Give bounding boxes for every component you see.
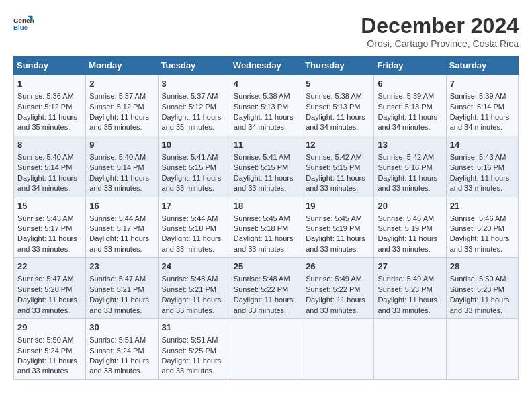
sunrise-label: Sunrise: 5:40 AM — [17, 153, 74, 161]
sunset-label: Sunset: 5:15 PM — [306, 163, 360, 171]
day-number: 6 — [378, 78, 442, 90]
calendar-cell: 22Sunrise: 5:47 AMSunset: 5:20 PMDayligh… — [14, 258, 86, 319]
header-sunday: Sunday — [14, 56, 86, 75]
daylight-label: Daylight: 11 hours and 34 minutes. — [306, 113, 365, 131]
day-number: 5 — [306, 78, 370, 90]
daylight-label: Daylight: 11 hours and 33 minutes. — [234, 174, 294, 192]
sunrise-label: Sunrise: 5:41 AM — [234, 153, 290, 161]
calendar-cell: 7Sunrise: 5:39 AMSunset: 5:14 PMDaylight… — [446, 75, 518, 136]
sunset-label: Sunset: 5:14 PM — [89, 163, 144, 171]
calendar-cell: 24Sunrise: 5:48 AMSunset: 5:21 PMDayligh… — [158, 258, 230, 319]
calendar-cell: 6Sunrise: 5:39 AMSunset: 5:13 PMDaylight… — [374, 75, 446, 136]
daylight-label: Daylight: 11 hours and 33 minutes. — [162, 234, 222, 253]
day-number: 26 — [306, 261, 370, 273]
svg-text:Blue: Blue — [13, 24, 28, 31]
day-number: 14 — [450, 139, 515, 151]
sunrise-label: Sunrise: 5:38 AM — [234, 92, 290, 100]
sunset-label: Sunset: 5:14 PM — [450, 103, 504, 111]
day-number: 7 — [450, 78, 515, 90]
sunset-label: Sunset: 5:24 PM — [17, 347, 72, 355]
sunset-label: Sunset: 5:24 PM — [89, 347, 144, 355]
day-number: 11 — [234, 139, 298, 151]
week-row-2: 8Sunrise: 5:40 AMSunset: 5:14 PMDaylight… — [14, 136, 519, 197]
day-number: 29 — [17, 322, 82, 334]
day-number: 12 — [306, 139, 370, 151]
calendar-cell: 30Sunrise: 5:51 AMSunset: 5:24 PMDayligh… — [86, 319, 158, 380]
calendar-cell: 16Sunrise: 5:44 AMSunset: 5:17 PMDayligh… — [86, 197, 158, 258]
header-saturday: Saturday — [446, 56, 518, 75]
daylight-label: Daylight: 11 hours and 33 minutes. — [450, 234, 510, 253]
sunset-label: Sunset: 5:21 PM — [162, 285, 216, 293]
sunset-label: Sunset: 5:23 PM — [450, 285, 504, 293]
sunrise-label: Sunrise: 5:39 AM — [450, 92, 506, 100]
logo-icon: General Blue — [13, 13, 34, 34]
day-number: 15 — [17, 200, 82, 212]
calendar-cell: 18Sunrise: 5:45 AMSunset: 5:18 PMDayligh… — [230, 197, 302, 258]
sunset-label: Sunset: 5:25 PM — [162, 347, 216, 355]
day-number: 8 — [17, 139, 82, 151]
calendar-cell: 20Sunrise: 5:46 AMSunset: 5:19 PMDayligh… — [374, 197, 446, 258]
day-number: 25 — [234, 261, 298, 273]
daylight-label: Daylight: 11 hours and 33 minutes. — [89, 234, 149, 253]
daylight-label: Daylight: 11 hours and 35 minutes. — [162, 113, 222, 131]
daylight-label: Daylight: 11 hours and 33 minutes. — [17, 295, 77, 314]
sunrise-label: Sunrise: 5:45 AM — [306, 214, 362, 222]
sunset-label: Sunset: 5:12 PM — [89, 103, 144, 111]
sunset-label: Sunset: 5:17 PM — [89, 224, 144, 232]
sunset-label: Sunset: 5:22 PM — [306, 285, 360, 293]
header-thursday: Thursday — [302, 56, 374, 75]
calendar-cell: 17Sunrise: 5:44 AMSunset: 5:18 PMDayligh… — [158, 197, 230, 258]
daylight-label: Daylight: 11 hours and 34 minutes. — [17, 174, 77, 192]
day-number: 20 — [378, 200, 442, 212]
day-number: 27 — [378, 261, 442, 273]
daylight-label: Daylight: 11 hours and 33 minutes. — [89, 295, 149, 314]
calendar-cell: 1Sunrise: 5:36 AMSunset: 5:12 PMDaylight… — [14, 75, 86, 136]
day-number: 1 — [17, 78, 82, 90]
sunset-label: Sunset: 5:17 PM — [17, 224, 72, 232]
sunrise-label: Sunrise: 5:36 AM — [17, 92, 74, 100]
sunset-label: Sunset: 5:16 PM — [378, 163, 432, 171]
daylight-label: Daylight: 11 hours and 33 minutes. — [450, 174, 510, 192]
sunset-label: Sunset: 5:18 PM — [234, 224, 288, 232]
sunrise-label: Sunrise: 5:50 AM — [17, 336, 74, 344]
sunrise-label: Sunrise: 5:48 AM — [234, 275, 290, 283]
daylight-label: Daylight: 11 hours and 35 minutes. — [17, 113, 77, 131]
page-header: General Blue December 2024 Orosi, Cartag… — [13, 13, 519, 49]
sunset-label: Sunset: 5:20 PM — [450, 224, 504, 232]
sunrise-label: Sunrise: 5:50 AM — [450, 275, 506, 283]
calendar-cell: 13Sunrise: 5:42 AMSunset: 5:16 PMDayligh… — [374, 136, 446, 197]
calendar-cell: 14Sunrise: 5:43 AMSunset: 5:16 PMDayligh… — [446, 136, 518, 197]
sunrise-label: Sunrise: 5:47 AM — [89, 275, 146, 283]
sunrise-label: Sunrise: 5:46 AM — [378, 214, 434, 222]
sunset-label: Sunset: 5:13 PM — [378, 103, 432, 111]
week-row-1: 1Sunrise: 5:36 AMSunset: 5:12 PMDaylight… — [14, 75, 519, 136]
sunrise-label: Sunrise: 5:45 AM — [234, 214, 290, 222]
sunrise-label: Sunrise: 5:37 AM — [162, 92, 218, 100]
sunset-label: Sunset: 5:15 PM — [162, 163, 216, 171]
sunset-label: Sunset: 5:19 PM — [306, 224, 360, 232]
calendar-cell: 23Sunrise: 5:47 AMSunset: 5:21 PMDayligh… — [86, 258, 158, 319]
calendar-cell: 31Sunrise: 5:51 AMSunset: 5:25 PMDayligh… — [158, 319, 230, 380]
week-row-5: 29Sunrise: 5:50 AMSunset: 5:24 PMDayligh… — [14, 319, 519, 380]
daylight-label: Daylight: 11 hours and 33 minutes. — [162, 295, 222, 314]
daylight-label: Daylight: 11 hours and 33 minutes. — [234, 295, 294, 314]
calendar-cell — [374, 319, 446, 380]
calendar-cell: 3Sunrise: 5:37 AMSunset: 5:12 PMDaylight… — [158, 75, 230, 136]
sunrise-label: Sunrise: 5:43 AM — [450, 153, 506, 161]
calendar-cell: 26Sunrise: 5:49 AMSunset: 5:22 PMDayligh… — [302, 258, 374, 319]
logo: General Blue — [13, 13, 34, 34]
day-number: 18 — [234, 200, 298, 212]
calendar-cell: 19Sunrise: 5:45 AMSunset: 5:19 PMDayligh… — [302, 197, 374, 258]
calendar-cell: 27Sunrise: 5:49 AMSunset: 5:23 PMDayligh… — [374, 258, 446, 319]
calendar-cell: 4Sunrise: 5:38 AMSunset: 5:13 PMDaylight… — [230, 75, 302, 136]
calendar-cell: 5Sunrise: 5:38 AMSunset: 5:13 PMDaylight… — [302, 75, 374, 136]
calendar-cell: 8Sunrise: 5:40 AMSunset: 5:14 PMDaylight… — [14, 136, 86, 197]
calendar-cell: 12Sunrise: 5:42 AMSunset: 5:15 PMDayligh… — [302, 136, 374, 197]
day-number: 17 — [162, 200, 226, 212]
calendar-cell — [302, 319, 374, 380]
sunrise-label: Sunrise: 5:49 AM — [378, 275, 434, 283]
calendar-cell: 25Sunrise: 5:48 AMSunset: 5:22 PMDayligh… — [230, 258, 302, 319]
sunrise-label: Sunrise: 5:42 AM — [378, 153, 434, 161]
day-number: 31 — [162, 322, 226, 334]
sunrise-label: Sunrise: 5:49 AM — [306, 275, 362, 283]
